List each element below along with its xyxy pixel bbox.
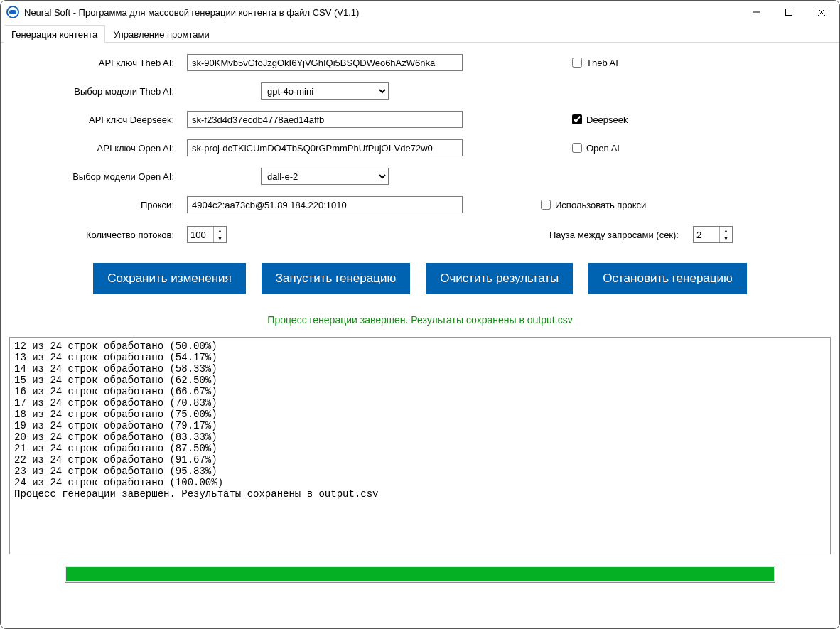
check-openai[interactable]: Open AI [487, 143, 832, 154]
input-api-openai[interactable] [187, 139, 463, 156]
label-api-deepseek: API ключ Deepseek: [8, 114, 178, 125]
spinner-arrows-icon[interactable]: ▲▼ [719, 227, 732, 242]
svg-rect-1 [786, 9, 792, 16]
settings-form: API ключ Theb AI: Theb AI Выбор модели T… [8, 54, 832, 213]
app-icon [6, 6, 19, 18]
tab-content-gen[interactable]: Генерация контента [4, 25, 105, 43]
spinner-arrows-icon[interactable]: ▲▼ [213, 227, 226, 242]
console-output[interactable]: 12 из 24 строк обработано (50.00%) 13 из… [10, 338, 830, 554]
threads-row: Количество потоков: ▲▼ Пауза между запро… [8, 226, 832, 243]
button-row: Сохранить изменения Запустить генерацию … [93, 263, 747, 294]
check-deepseek[interactable]: Deepseek [487, 114, 832, 125]
check-openai-label: Open AI [586, 143, 620, 154]
input-pause[interactable] [694, 227, 719, 242]
label-model-theb: Выбор модели Theb AI: [8, 86, 178, 97]
select-model-openai[interactable]: dall-e-2 [261, 168, 389, 185]
label-api-theb: API ключ Theb AI: [8, 58, 178, 68]
progress-fill [66, 567, 774, 581]
maximize-button[interactable] [772, 1, 805, 23]
app-window: Neural Soft - Программа для массовой ген… [0, 0, 840, 629]
spinner-threads[interactable]: ▲▼ [187, 226, 227, 243]
check-deepseek-label: Deepseek [586, 114, 628, 125]
checkbox-openai[interactable] [572, 143, 582, 153]
input-api-theb[interactable] [187, 54, 463, 71]
spinner-pause[interactable]: ▲▼ [693, 226, 733, 243]
checkbox-deepseek[interactable] [572, 114, 582, 124]
label-model-openai: Выбор модели Open AI: [8, 171, 178, 182]
checkbox-theb[interactable] [572, 58, 582, 68]
progress-bar [65, 566, 775, 583]
save-button[interactable]: Сохранить изменения [93, 263, 246, 294]
label-proxy: Прокси: [8, 200, 178, 210]
label-pause: Пауза между запросами (сек): [549, 230, 679, 240]
minimize-button[interactable] [740, 1, 772, 23]
clear-button[interactable]: Очистить результаты [426, 263, 573, 294]
check-use-proxy[interactable]: Использовать прокси [487, 200, 832, 210]
label-api-openai: API ключ Open AI: [8, 143, 178, 154]
tab-content: API ключ Theb AI: Theb AI Выбор модели T… [1, 43, 839, 628]
window-title: Neural Soft - Программа для массовой ген… [24, 7, 740, 18]
label-threads: Количество потоков: [8, 230, 178, 240]
stop-button[interactable]: Остановить генерацию [588, 263, 747, 294]
console-wrap: 12 из 24 строк обработано (50.00%) 13 из… [9, 337, 831, 554]
tab-prompt-mgmt[interactable]: Управление промтами [105, 25, 217, 43]
tabstrip: Генерация контента Управление промтами [1, 23, 839, 43]
check-use-proxy-label: Использовать прокси [555, 200, 646, 210]
check-theb[interactable]: Theb AI [487, 58, 832, 68]
checkbox-use-proxy[interactable] [541, 200, 551, 210]
input-proxy[interactable] [187, 196, 463, 213]
select-model-theb[interactable]: gpt-4o-mini [261, 82, 389, 100]
input-api-deepseek[interactable] [187, 111, 463, 128]
input-threads[interactable] [188, 227, 213, 242]
close-button[interactable] [805, 1, 838, 23]
titlebar: Neural Soft - Программа для массовой ген… [1, 1, 839, 23]
start-button[interactable]: Запустить генерацию [262, 263, 410, 294]
status-line: Процесс генерации завершен. Результаты с… [8, 314, 832, 326]
check-theb-label: Theb AI [586, 58, 618, 68]
